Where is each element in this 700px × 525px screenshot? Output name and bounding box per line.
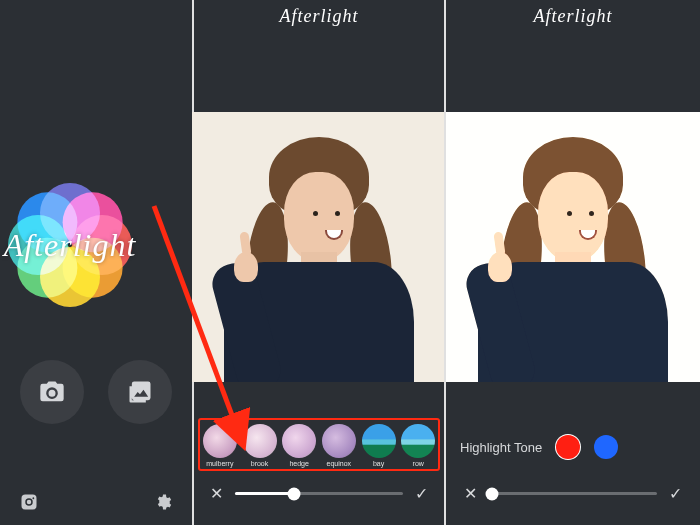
app-title: Afterlight [446, 0, 700, 32]
filter-swatch-icon [362, 424, 396, 458]
filter-label: bay [361, 460, 397, 467]
filter-strip[interactable]: mulberrybrookhedgeequinoxbayrow [198, 418, 440, 471]
filter-swatch-icon [401, 424, 435, 458]
control-bar: ✕ ✓ [192, 484, 446, 503]
home-panel: Afterlight [0, 0, 192, 525]
gear-icon [154, 493, 172, 511]
filter-label: hedge [281, 460, 317, 467]
editor-tone-panel: Afterlight Highlight Tone ✕ [446, 0, 700, 525]
library-button[interactable] [108, 360, 172, 424]
confirm-button[interactable]: ✓ [415, 484, 428, 503]
editor-filters-panel: Afterlight mulberrybrookhedgeequinoxbayr… [192, 0, 446, 525]
tone-option-blue[interactable] [594, 435, 618, 459]
intensity-slider[interactable] [489, 492, 657, 495]
intensity-slider[interactable] [235, 492, 403, 495]
tone-option-red[interactable] [556, 435, 580, 459]
photo-preview[interactable] [446, 112, 700, 382]
photo-library-icon [126, 378, 154, 406]
filter-swatch-icon [282, 424, 316, 458]
filter-mulberry[interactable]: mulberry [202, 424, 238, 467]
confirm-button[interactable]: ✓ [669, 484, 682, 503]
brand-wordmark: Afterlight [0, 160, 170, 330]
photo-preview[interactable] [192, 112, 446, 382]
control-bar: ✕ ✓ [446, 484, 700, 503]
camera-icon [38, 378, 66, 406]
filter-equinox[interactable]: equinox [321, 424, 357, 467]
filter-hedge[interactable]: hedge [281, 424, 317, 467]
camera-button[interactable] [20, 360, 84, 424]
brand-logo: Afterlight [0, 160, 170, 330]
instagram-button[interactable] [20, 493, 38, 515]
cancel-button[interactable]: ✕ [210, 484, 223, 503]
instagram-icon [20, 493, 38, 511]
app-title: Afterlight [192, 0, 446, 32]
filter-brook[interactable]: brook [242, 424, 278, 467]
filter-swatch-icon [243, 424, 277, 458]
tone-label: Highlight Tone [460, 440, 542, 455]
filter-label: row [400, 460, 436, 467]
filter-swatch-icon [203, 424, 237, 458]
cancel-button[interactable]: ✕ [464, 484, 477, 503]
tone-row: Highlight Tone [446, 425, 700, 469]
filter-label: brook [242, 460, 278, 467]
filter-label: mulberry [202, 460, 238, 467]
settings-button[interactable] [154, 493, 172, 515]
filter-bay[interactable]: bay [361, 424, 397, 467]
filter-row[interactable]: row [400, 424, 436, 467]
filter-swatch-icon [322, 424, 356, 458]
filter-label: equinox [321, 460, 357, 467]
